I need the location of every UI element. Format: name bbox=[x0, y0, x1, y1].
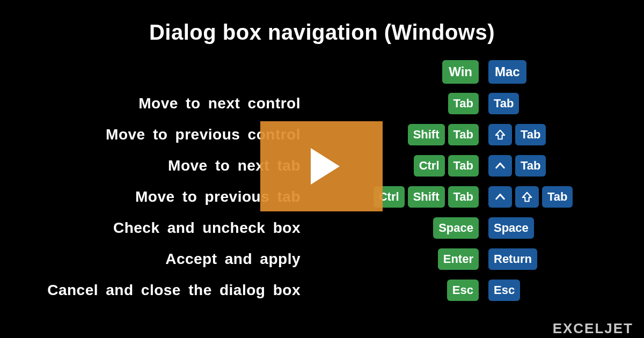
win-keys: Space bbox=[317, 216, 488, 240]
key-return: Return bbox=[488, 248, 537, 270]
control-caret-icon bbox=[494, 160, 506, 172]
shortcut-desc: Accept and apply bbox=[0, 251, 317, 268]
key-tab: Tab bbox=[488, 93, 519, 114]
mac-keys: Space bbox=[488, 216, 644, 240]
key-space: Space bbox=[433, 217, 479, 239]
column-header-mac: Mac bbox=[488, 60, 644, 84]
control-caret-icon bbox=[494, 191, 506, 203]
key-ctrl-icon bbox=[488, 155, 512, 177]
key-space: Space bbox=[488, 217, 534, 239]
key-tab: Tab bbox=[515, 155, 546, 177]
play-icon bbox=[311, 148, 340, 185]
key-ctrl: Ctrl bbox=[414, 155, 445, 177]
win-keys: Enter bbox=[317, 247, 488, 271]
key-tab: Tab bbox=[448, 186, 479, 208]
shortcut-desc: Check and uncheck box bbox=[0, 219, 317, 237]
key-tab: Tab bbox=[448, 93, 479, 114]
key-tab: Tab bbox=[542, 186, 573, 208]
shortcut-desc: Move to next control bbox=[0, 95, 317, 112]
win-keys: Esc bbox=[317, 278, 488, 302]
shift-up-arrow-icon bbox=[521, 191, 533, 203]
shift-up-arrow-icon bbox=[494, 129, 506, 141]
key-shift: Shift bbox=[408, 186, 445, 208]
mac-keys: Esc bbox=[488, 278, 644, 302]
play-button[interactable] bbox=[260, 121, 383, 211]
brand-logo: EXCELJET bbox=[553, 320, 633, 337]
key-tab: Tab bbox=[448, 124, 479, 145]
key-enter: Enter bbox=[438, 248, 479, 270]
mac-keys: Tab bbox=[488, 154, 644, 178]
key-ctrl-icon bbox=[488, 186, 512, 208]
page-title: Dialog box navigation (Windows) bbox=[0, 20, 644, 45]
key-shift: Shift bbox=[408, 124, 445, 145]
mac-keys: Tab bbox=[488, 185, 644, 209]
mac-keys: Tab bbox=[488, 123, 644, 146]
key-shift-icon bbox=[515, 186, 539, 208]
column-header-win: Win bbox=[317, 60, 488, 84]
key-shift-icon bbox=[488, 124, 512, 145]
win-header-badge: Win bbox=[442, 60, 479, 84]
key-tab: Tab bbox=[448, 155, 479, 177]
mac-keys: Tab bbox=[488, 92, 644, 115]
win-keys: Tab bbox=[317, 92, 488, 115]
key-tab: Tab bbox=[515, 124, 546, 145]
mac-keys: Return bbox=[488, 247, 644, 271]
key-esc: Esc bbox=[447, 280, 479, 301]
shortcut-desc: Cancel and close the dialog box bbox=[0, 282, 317, 299]
mac-header-badge: Mac bbox=[488, 60, 526, 84]
key-esc: Esc bbox=[488, 280, 520, 301]
